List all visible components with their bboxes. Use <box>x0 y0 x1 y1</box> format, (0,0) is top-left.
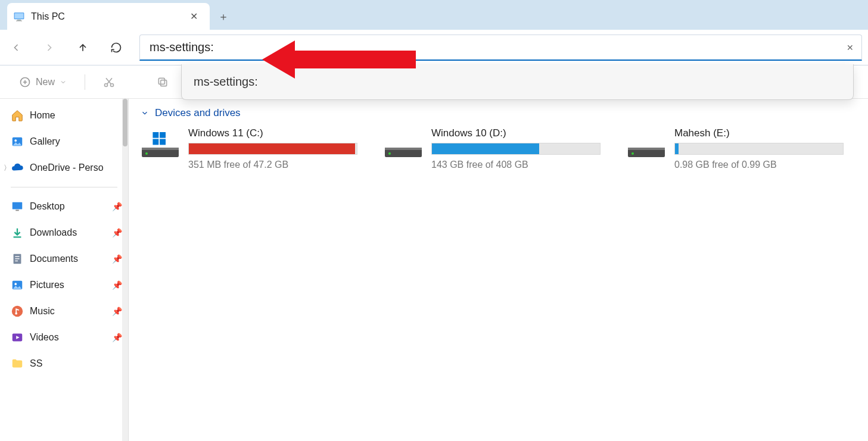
drive-free-text: 0.98 GB free of 0.99 GB <box>674 159 847 170</box>
drive-icon <box>627 127 666 170</box>
pin-icon[interactable]: 📌 <box>112 306 122 316</box>
svg-marker-4 <box>262 40 416 79</box>
video-icon <box>11 331 24 344</box>
svg-rect-29 <box>142 148 179 150</box>
svg-rect-32 <box>385 148 422 150</box>
sidebar-label: Videos <box>30 332 59 343</box>
drive-item[interactable]: Windows 11 (C:) 351 MB free of 47.2 GB <box>141 127 361 170</box>
download-icon <box>11 226 24 239</box>
svg-point-30 <box>145 152 148 155</box>
titlebar: This PC ✕ ＋ <box>0 0 868 30</box>
sidebar-label: Downloads <box>30 227 77 238</box>
sidebar-label: Gallery <box>30 136 60 147</box>
forward-button[interactable] <box>39 37 60 58</box>
svg-rect-8 <box>161 80 167 86</box>
svg-point-19 <box>14 283 17 285</box>
svg-rect-26 <box>153 139 158 145</box>
pin-icon[interactable]: 📌 <box>112 228 122 237</box>
desktop-icon <box>11 200 24 213</box>
sidebar-item-documents[interactable]: Documents 📌 <box>0 246 128 272</box>
sidebar-item-home[interactable]: Home <box>0 102 128 129</box>
svg-rect-24 <box>153 132 158 138</box>
music-icon <box>11 305 24 318</box>
svg-point-36 <box>631 152 634 155</box>
svg-rect-27 <box>160 139 166 145</box>
drive-name: Mahesh (E:) <box>674 127 847 139</box>
drive-icon <box>384 127 423 170</box>
cloud-icon <box>11 161 24 174</box>
svg-point-20 <box>12 306 23 317</box>
document-icon <box>11 252 24 265</box>
sidebar-scrollbar[interactable] <box>122 99 128 441</box>
chevron-right-icon[interactable]: 〉 <box>4 163 11 173</box>
toolbar-divider <box>85 74 85 90</box>
sidebar-label: Home <box>30 110 55 121</box>
drive-free-text: 143 GB free of 408 GB <box>431 159 604 170</box>
new-tab-button[interactable]: ＋ <box>210 3 237 30</box>
sidebar-label: Documents <box>30 254 78 264</box>
tab-close-icon[interactable]: ✕ <box>185 8 203 24</box>
sidebar-item-pictures[interactable]: Pictures 📌 <box>0 272 128 298</box>
drives-grid: Windows 11 (C:) 351 MB free of 47.2 GB W… <box>141 127 856 170</box>
tab-this-pc[interactable]: This PC ✕ <box>7 3 210 30</box>
drive-info: Windows 11 (C:) 351 MB free of 47.2 GB <box>188 127 361 170</box>
svg-rect-13 <box>15 210 19 211</box>
section-header[interactable]: Devices and drives <box>141 107 856 119</box>
pin-icon[interactable]: 📌 <box>112 333 122 342</box>
address-row: ✕ <box>0 30 868 65</box>
sidebar-label: SS <box>30 358 42 369</box>
svg-rect-16 <box>15 258 19 259</box>
up-button[interactable] <box>73 37 93 58</box>
new-button-label: New <box>36 77 55 87</box>
pin-icon[interactable]: 📌 <box>112 254 122 264</box>
gallery-icon <box>11 135 24 148</box>
monitor-icon <box>13 11 25 23</box>
pin-icon[interactable]: 📌 <box>112 202 122 211</box>
sidebar-label: Pictures <box>30 280 64 290</box>
home-icon <box>11 109 24 122</box>
drive-icon <box>141 127 180 170</box>
drive-name: Windows 11 (C:) <box>188 127 361 139</box>
new-button[interactable]: New <box>12 71 74 93</box>
pictures-icon <box>11 279 24 292</box>
clear-address-icon[interactable]: ✕ <box>847 43 854 52</box>
drive-info: Mahesh (E:) 0.98 GB free of 0.99 GB <box>674 127 847 170</box>
sidebar-label: Desktop <box>30 201 65 212</box>
refresh-button[interactable] <box>106 37 126 58</box>
svg-rect-25 <box>160 132 166 138</box>
sidebar-item-ss[interactable]: SS <box>0 351 128 377</box>
svg-point-21 <box>15 312 17 315</box>
copy-button[interactable] <box>150 71 176 93</box>
sidebar-item-music[interactable]: Music 📌 <box>0 298 128 324</box>
sidebar-item-gallery[interactable]: Gallery <box>0 129 128 155</box>
svg-rect-15 <box>15 256 19 257</box>
drive-item[interactable]: Windows 10 (D:) 143 GB free of 408 GB <box>384 127 604 170</box>
drive-usage-bar <box>674 143 844 155</box>
svg-rect-9 <box>158 78 164 84</box>
sidebar-item-onedrive[interactable]: 〉 OneDrive - Perso <box>0 155 128 181</box>
drive-item[interactable]: Mahesh (E:) 0.98 GB free of 0.99 GB <box>627 127 847 170</box>
drive-usage-bar <box>188 143 357 155</box>
svg-rect-2 <box>17 20 21 21</box>
content-pane: Devices and drives Windows 11 (C:) 351 M… <box>129 99 868 441</box>
svg-rect-12 <box>13 202 23 209</box>
drive-name: Windows 10 (D:) <box>431 127 604 139</box>
annotation-arrow <box>262 36 417 86</box>
sidebar-item-downloads[interactable]: Downloads 📌 <box>0 220 128 246</box>
drive-usage-bar <box>431 143 601 155</box>
sidebar-item-videos[interactable]: Videos 📌 <box>0 324 128 351</box>
back-button[interactable] <box>6 37 26 58</box>
pin-icon[interactable]: 📌 <box>112 280 122 290</box>
section-title: Devices and drives <box>155 107 241 119</box>
svg-rect-3 <box>16 20 22 21</box>
tab-title: This PC <box>31 11 65 22</box>
main-area: Home Gallery 〉 OneDrive - Perso Desktop … <box>0 99 868 441</box>
cut-button[interactable] <box>96 71 122 93</box>
sidebar-label: OneDrive - Perso <box>30 162 104 173</box>
navigation-pane: Home Gallery 〉 OneDrive - Perso Desktop … <box>0 99 129 441</box>
address-bar-input[interactable] <box>139 35 862 61</box>
sidebar-item-desktop[interactable]: Desktop 📌 <box>0 193 128 220</box>
sidebar-separator <box>11 187 117 187</box>
chevron-down-icon <box>141 109 149 117</box>
drive-info: Windows 10 (D:) 143 GB free of 408 GB <box>431 127 604 170</box>
